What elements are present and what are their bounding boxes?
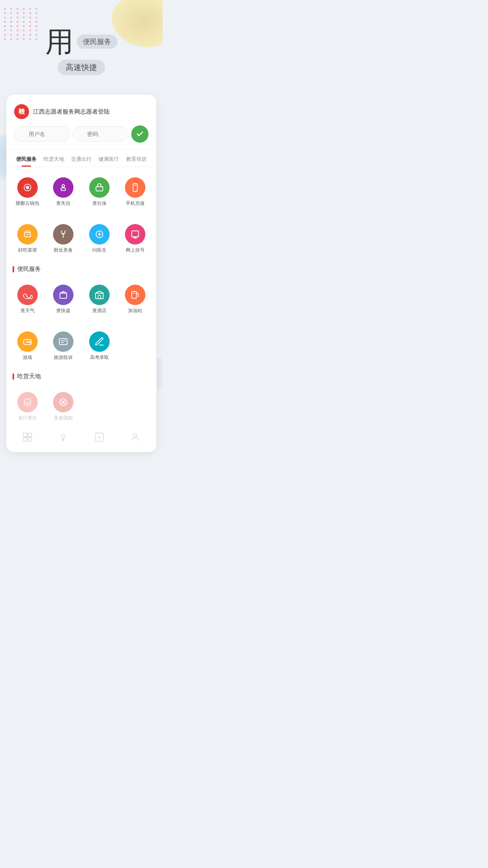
service-tianqi[interactable]: 查天气 <box>9 281 46 318</box>
svg-point-2 <box>62 184 65 187</box>
header-desc: 高速快捷 <box>58 60 105 75</box>
svg-rect-39 <box>28 438 31 441</box>
login-section: 赣 江西志愿者服务网志愿者登陆 👤 🔒 <box>6 95 156 149</box>
service-jiayou[interactable]: 加油站 <box>117 281 154 318</box>
service-grid-row5: 食疗养生 美食团购 <box>6 382 156 428</box>
main-card: 赣 江西志愿者服务网志愿者登陆 👤 🔒 便民服务 吃货天地 交通出行 健康医疗 <box>6 95 156 452</box>
svg-rect-4 <box>96 187 103 191</box>
service-chongzhi[interactable]: 手机充值 <box>117 173 154 211</box>
login-logo-char: 赣 <box>18 108 25 116</box>
service-shebao[interactable]: 查社保 <box>81 173 117 211</box>
service-tuangou[interactable]: 美食团购 <box>46 388 82 425</box>
jiudian-label: 查酒店 <box>92 307 106 314</box>
tuangou-label: 美食团购 <box>54 415 73 421</box>
svg-rect-3 <box>61 188 66 191</box>
svg-point-42 <box>134 434 137 437</box>
service-ganpoyun[interactable]: 赣鄱云钱包 <box>9 173 46 211</box>
youxi-label: 游戏 <box>23 354 32 361</box>
bottom-nav-item-2[interactable] <box>46 430 82 444</box>
service-meishi[interactable]: 附近美食 <box>46 220 82 257</box>
svg-rect-18 <box>60 293 67 298</box>
tianqi-icon <box>17 285 38 305</box>
svg-rect-22 <box>132 291 137 298</box>
svg-rect-38 <box>23 438 27 441</box>
section-chihuo-title: 吃货天地 <box>17 373 41 380</box>
svg-rect-21 <box>98 295 101 299</box>
service-shiliao[interactable]: 食疗养生 <box>9 388 46 425</box>
section-bianmin-title: 便民服务 <box>17 265 41 273</box>
tabs-row: 便民服务 吃货天地 交通出行 健康医疗 教育培训 <box>6 151 156 167</box>
service-caipu[interactable]: 好吃菜谱 <box>9 220 46 257</box>
guahao-icon <box>125 224 145 245</box>
password-input[interactable] <box>73 126 128 142</box>
svg-rect-20 <box>95 293 103 299</box>
jiayou-icon <box>125 285 145 305</box>
service-yisheng[interactable]: 问医生 <box>81 220 117 257</box>
shixin-label: 查失信 <box>56 200 70 207</box>
login-submit-button[interactable] <box>131 125 149 143</box>
service-placeholder <box>117 327 154 365</box>
service-shixin[interactable]: 查失信 <box>46 173 82 211</box>
caipu-icon <box>17 224 38 245</box>
service-grid-row1: 赣鄱云钱包 查失信 查社保 手机充值 <box>6 167 156 214</box>
svg-point-28 <box>29 342 30 343</box>
svg-rect-5 <box>133 184 138 191</box>
shebao-icon <box>89 177 110 198</box>
jiudian-icon <box>89 285 110 305</box>
kuaidi-label: 查快递 <box>56 307 70 314</box>
service-grid-row3: 查天气 查快递 查酒店 加油站 <box>6 274 156 321</box>
yisheng-icon <box>89 224 110 245</box>
header-big-char: 用 <box>45 28 73 56</box>
yisheng-label: 问医生 <box>92 247 106 254</box>
svg-rect-37 <box>28 433 31 437</box>
svg-rect-14 <box>132 231 139 237</box>
tab-chihuo[interactable]: 吃货天地 <box>40 151 68 167</box>
tab-jiankang[interactable]: 健康医疗 <box>95 151 123 167</box>
svg-rect-29 <box>60 338 68 344</box>
tab-bianmin[interactable]: 便民服务 <box>13 151 40 167</box>
shiliao-icon <box>17 392 38 412</box>
tab-jiaotong[interactable]: 交通出行 <box>68 151 95 167</box>
service-kuaidi[interactable]: 查快递 <box>46 281 82 318</box>
section-bar-1 <box>13 266 14 272</box>
login-form: 👤 🔒 <box>14 125 149 143</box>
login-logo: 赣 <box>14 104 29 119</box>
login-header: 赣 江西志愿者服务网志愿者登陆 <box>14 104 149 119</box>
jiayou-label: 加油站 <box>128 307 142 314</box>
meishi-label: 附近美食 <box>54 247 73 254</box>
section-chihuo-header: 吃货天地 <box>6 368 156 382</box>
gaokao-icon <box>89 331 110 352</box>
service-grid-row2: 好吃菜谱 附近美食 问医生 网上挂号 <box>6 214 156 261</box>
tab-jiaoyu[interactable]: 教育培训 <box>123 151 150 167</box>
check-icon <box>136 130 144 138</box>
shixin-icon <box>53 177 73 198</box>
service-grid-row4: 游戏 旅游投诉 高考录取 <box>6 321 156 368</box>
username-wrapper: 👤 <box>14 126 70 142</box>
shebao-label: 查社保 <box>92 200 106 207</box>
gaokao-label: 高考录取 <box>90 354 109 361</box>
chongzhi-label: 手机充值 <box>126 200 145 207</box>
svg-point-40 <box>62 434 65 438</box>
svg-point-9 <box>63 234 64 234</box>
password-wrapper: 🔒 <box>73 126 128 142</box>
kuaidi-icon <box>53 285 73 305</box>
placeholder-4 <box>117 388 154 425</box>
placeholder-3 <box>81 388 117 425</box>
username-input[interactable] <box>14 126 70 142</box>
ganpoyun-icon <box>17 177 38 198</box>
section-bianmin-header: 便民服务 <box>6 261 156 274</box>
bottom-nav-item-1[interactable] <box>9 430 46 444</box>
caipu-label: 好吃菜谱 <box>18 247 37 254</box>
meishi-icon <box>53 224 73 245</box>
youxi-icon <box>17 331 38 352</box>
chongzhi-icon <box>125 177 145 198</box>
service-gaokao[interactable]: 高考录取 <box>81 327 117 365</box>
bottom-nav-item-3[interactable] <box>81 430 117 444</box>
service-youxi[interactable]: 游戏 <box>9 327 46 365</box>
service-jiudian[interactable]: 查酒店 <box>81 281 117 318</box>
tuangou-icon <box>53 392 73 412</box>
svg-rect-36 <box>23 433 27 437</box>
bottom-nav-item-4[interactable] <box>117 430 154 444</box>
service-guahao[interactable]: 网上挂号 <box>117 220 154 257</box>
service-tousu[interactable]: 旅游投诉 <box>46 327 82 365</box>
